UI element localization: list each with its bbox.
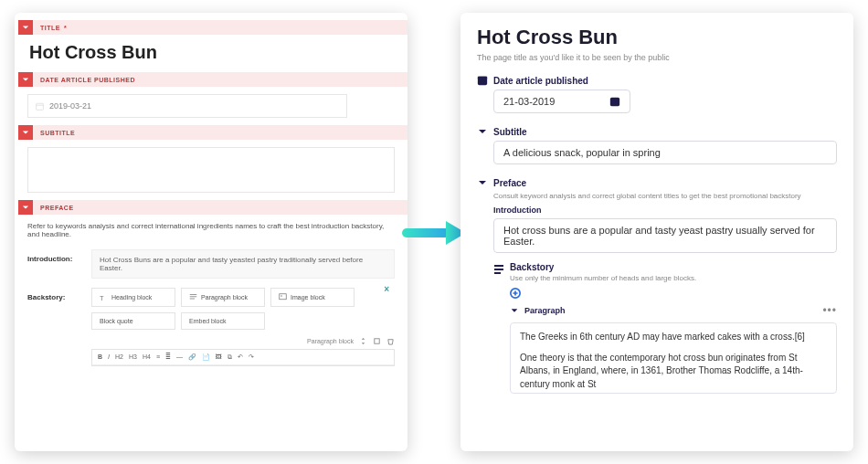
rte-bold[interactable]: B (98, 353, 102, 361)
preface-help-text: Consult keyword analysis and correct glo… (493, 192, 837, 200)
rte-h2[interactable]: H2 (115, 353, 123, 361)
rte-embed-icon[interactable]: ⧉ (228, 353, 232, 361)
paragraph-editor[interactable]: The Greeks in 6th century AD may have ma… (510, 322, 837, 394)
old-editor-panel: TITLE * Hot Cross Bun DATE ARTICLE PUBLI… (15, 13, 408, 451)
svg-rect-9 (610, 98, 619, 106)
chevron-down-icon[interactable] (18, 200, 33, 215)
backstory-help-text: Use only the minimum number of heads and… (510, 274, 696, 282)
page-title[interactable]: Hot Cross Bun (477, 26, 837, 49)
date-section-header[interactable]: DATE ARTICLE PUBLISHED (15, 72, 408, 87)
rte-link-icon[interactable]: 🔗 (188, 353, 196, 361)
rte-doc-icon[interactable]: 📄 (202, 353, 210, 361)
chevron-down-icon[interactable] (18, 72, 33, 87)
embed-block-button[interactable]: Embed block (181, 312, 265, 330)
paragraph-icon (189, 293, 197, 301)
arrows-icon[interactable] (359, 337, 367, 345)
rte-ol-icon[interactable]: ≡ (156, 353, 160, 361)
calendar-icon (36, 102, 44, 111)
required-star: * (64, 25, 67, 31)
svg-point-4 (281, 295, 282, 297)
image-block-button[interactable]: Image block (270, 288, 355, 307)
rte-h3[interactable]: H3 (129, 353, 137, 361)
list-icon (493, 263, 504, 274)
chevron-down-icon[interactable] (510, 306, 519, 315)
svg-rect-11 (494, 269, 503, 270)
heading-block-button[interactable]: T Heading block (91, 288, 175, 307)
date-value: 2019-03-21 (49, 101, 91, 111)
date-input[interactable]: 2019-03-21 (27, 94, 347, 118)
introduction-input[interactable]: Hot cross buns are a popular and tasty y… (493, 218, 837, 253)
backstory-field-label: Backstory (510, 262, 696, 272)
copy-icon[interactable] (373, 337, 381, 345)
svg-rect-8 (478, 77, 487, 79)
preface-field-label: Preface (493, 178, 526, 188)
introduction-label: Introduction: (27, 249, 91, 263)
transition-arrow-icon (402, 219, 468, 247)
introduction-value: Hot cross buns are a popular and tasty y… (503, 225, 827, 247)
block-picker: × T Heading block Paragraph block Image … (91, 288, 395, 330)
new-editor-panel: Hot Cross Bun The page title as you'd li… (460, 13, 853, 451)
svg-rect-12 (494, 272, 501, 274)
paragraph-block-label: Paragraph (524, 306, 566, 315)
date-value: 21-03-2019 (503, 96, 555, 107)
svg-rect-0 (37, 103, 44, 110)
more-icon[interactable]: ••• (822, 304, 837, 317)
image-icon (279, 293, 287, 301)
paragraph-block-button[interactable]: Paragraph block (181, 288, 265, 307)
title-section-header[interactable]: TITLE * (15, 20, 408, 35)
subtitle-field-label: Subtitle (493, 127, 527, 137)
chooser-label: Paragraph block (307, 338, 354, 344)
title-help-text: The page title as you'd like it to be se… (477, 53, 837, 62)
close-icon[interactable]: × (384, 284, 389, 294)
rte-image-icon[interactable]: 🖼 (216, 353, 222, 361)
paragraph-text-1: The Greeks in 6th century AD may have ma… (520, 331, 827, 344)
chevron-down-icon[interactable] (18, 20, 33, 35)
rich-text-editor[interactable]: B I H2 H3 H4 ≡ ≣ ― 🔗 📄 🖼 ⧉ ↶ (91, 349, 395, 366)
svg-rect-10 (494, 265, 503, 267)
preface-help-text: Refer to keywords analysis and correct i… (27, 222, 395, 238)
chevron-down-icon[interactable] (477, 177, 488, 188)
rte-h4[interactable]: H4 (143, 353, 151, 361)
calendar-icon (477, 75, 488, 86)
rte-hr-icon[interactable]: ― (176, 353, 183, 361)
subtitle-input[interactable] (27, 147, 395, 193)
subtitle-value: A delicious snack, popular in spring (503, 147, 661, 158)
subtitle-field-label: SUBTITLE (40, 130, 75, 136)
page-title[interactable]: Hot Cross Bun (29, 42, 395, 63)
heading-icon: T (100, 293, 108, 301)
date-field-label: DATE ARTICLE PUBLISHED (40, 77, 135, 83)
rte-redo-icon[interactable]: ↷ (249, 353, 254, 361)
subtitle-section-header[interactable]: SUBTITLE (15, 125, 408, 140)
rte-undo-icon[interactable]: ↶ (238, 353, 243, 361)
rte-toolbar: B I H2 H3 H4 ≡ ≣ ― 🔗 📄 🖼 ⧉ ↶ (92, 350, 394, 365)
subtitle-input[interactable]: A delicious snack, popular in spring (493, 141, 837, 164)
introduction-label: Introduction (493, 206, 837, 215)
date-field-label: Date article published (493, 76, 588, 86)
add-block-button[interactable] (510, 288, 837, 301)
blockquote-block-button[interactable]: Block quote (91, 312, 175, 330)
block-toolbar: Paragraph block (91, 337, 395, 345)
introduction-value: Hot Cross Buns are a popular and tasty y… (100, 256, 363, 272)
preface-section-header[interactable]: PREFACE (15, 200, 408, 215)
chevron-down-icon[interactable] (477, 126, 488, 137)
preface-field-label: PREFACE (40, 205, 74, 211)
svg-rect-6 (402, 228, 450, 237)
trash-icon[interactable] (386, 337, 395, 345)
svg-text:T: T (100, 294, 104, 302)
chevron-down-icon[interactable] (18, 125, 33, 140)
date-input[interactable]: 21-03-2019 (493, 90, 630, 113)
rte-ul-icon[interactable]: ≣ (165, 353, 171, 361)
svg-rect-3 (280, 294, 287, 300)
svg-rect-5 (375, 339, 379, 343)
rte-italic[interactable]: I (108, 353, 110, 361)
paragraph-text-2: One theory is that the contemporary hot … (520, 352, 827, 392)
backstory-label: Backstory: (27, 288, 91, 301)
calendar-icon[interactable] (609, 96, 620, 107)
introduction-input[interactable]: Hot Cross Buns are a popular and tasty y… (91, 249, 395, 279)
title-field-label: TITLE (40, 25, 60, 31)
